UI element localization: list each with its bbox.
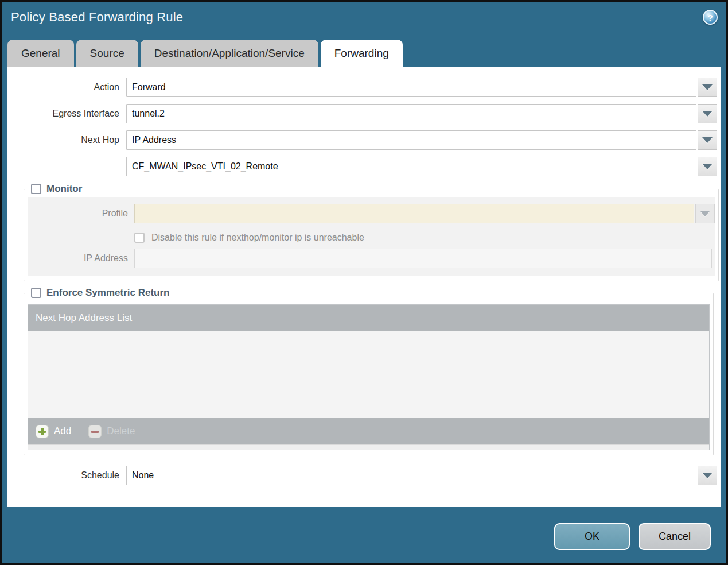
dialog-footer: OK Cancel [554, 523, 711, 550]
schedule-dropdown-button[interactable] [698, 466, 717, 485]
profile-dropdown-button [695, 204, 715, 223]
schedule-label: Schedule [7, 470, 126, 481]
monitor-section-body: Profile Disable this rule if nexthop/mon… [28, 197, 715, 276]
next-hop-address-input[interactable] [126, 157, 696, 176]
egress-interface-row: Egress Interface [7, 104, 721, 123]
disable-rule-row: Disable this rule if nexthop/monitor ip … [134, 233, 715, 243]
profile-label: Profile [28, 208, 134, 219]
schedule-row: Schedule [7, 466, 721, 485]
monitor-legend-label: Monitor [46, 183, 82, 195]
action-input[interactable] [126, 78, 696, 97]
monitor-ip-address-input [134, 249, 712, 268]
tab-source[interactable]: Source [76, 40, 138, 67]
delete-button: Delete [88, 425, 135, 438]
help-icon[interactable]: ? [703, 10, 718, 25]
action-label: Action [7, 82, 126, 92]
next-hop-address-dropdown-button[interactable] [698, 157, 717, 176]
chevron-down-icon [702, 137, 713, 143]
chevron-down-icon [702, 84, 713, 90]
disable-rule-checkbox [134, 233, 145, 243]
action-row: Action [7, 78, 721, 97]
next-hop-label: Next Hop [7, 135, 126, 145]
titlebar: Policy Based Forwarding Rule ? [2, 2, 726, 40]
tab-general[interactable]: General [7, 40, 74, 67]
cancel-button[interactable]: Cancel [639, 523, 711, 550]
next-hop-row: Next Hop [7, 130, 721, 150]
egress-interface-dropdown-button[interactable] [698, 104, 717, 123]
monitor-fieldset: Monitor Profile Disable this rule if nex… [24, 183, 719, 281]
add-button-label: Add [54, 425, 71, 437]
next-hop-address-list-column-header[interactable]: Next Hop Address List [28, 305, 709, 331]
tab-bar: General Source Destination/Application/S… [7, 40, 726, 67]
egress-interface-label: Egress Interface [7, 109, 126, 119]
add-button[interactable]: Add [36, 425, 71, 438]
next-hop-address-list-table: Next Hop Address List Add Delete [28, 304, 710, 450]
next-hop-address-row [7, 157, 721, 176]
chevron-down-icon [700, 211, 710, 216]
enforce-symmetric-return-legend-label: Enforce Symmetric Return [46, 287, 169, 299]
dialog-title: Policy Based Forwarding Rule [11, 10, 183, 25]
forwarding-tab-panel: Action Egress Interface Next Hop [7, 67, 721, 507]
plus-icon [36, 425, 49, 438]
enforce-symmetric-return-legend: Enforce Symmetric Return [28, 287, 173, 299]
policy-based-forwarding-rule-dialog: Policy Based Forwarding Rule ? General S… [0, 0, 728, 565]
next-hop-address-list-body[interactable] [28, 331, 709, 418]
table-bottom-strip [28, 444, 709, 450]
monitor-ip-address-label: IP Address [28, 253, 134, 264]
profile-input [134, 204, 694, 223]
enforce-symmetric-return-fieldset: Enforce Symmetric Return Next Hop Addres… [24, 287, 714, 455]
ok-button[interactable]: OK [554, 523, 630, 550]
next-hop-type-dropdown-button[interactable] [698, 130, 717, 150]
tab-forwarding[interactable]: Forwarding [321, 40, 403, 67]
egress-interface-input[interactable] [126, 104, 696, 123]
monitor-checkbox[interactable] [31, 184, 41, 194]
chevron-down-icon [702, 164, 713, 169]
chevron-down-icon [702, 473, 713, 478]
next-hop-type-input[interactable] [126, 130, 696, 150]
delete-button-label: Delete [107, 425, 135, 437]
monitor-legend: Monitor [28, 183, 85, 195]
enforce-symmetric-return-checkbox[interactable] [31, 288, 41, 298]
schedule-input[interactable] [126, 466, 696, 485]
table-toolbar: Add Delete [28, 418, 709, 444]
tab-destination-application-service[interactable]: Destination/Application/Service [141, 40, 318, 67]
minus-icon [88, 425, 102, 438]
chevron-down-icon [702, 111, 713, 117]
action-dropdown-button[interactable] [698, 78, 717, 97]
disable-rule-label: Disable this rule if nexthop/monitor ip … [151, 233, 364, 243]
